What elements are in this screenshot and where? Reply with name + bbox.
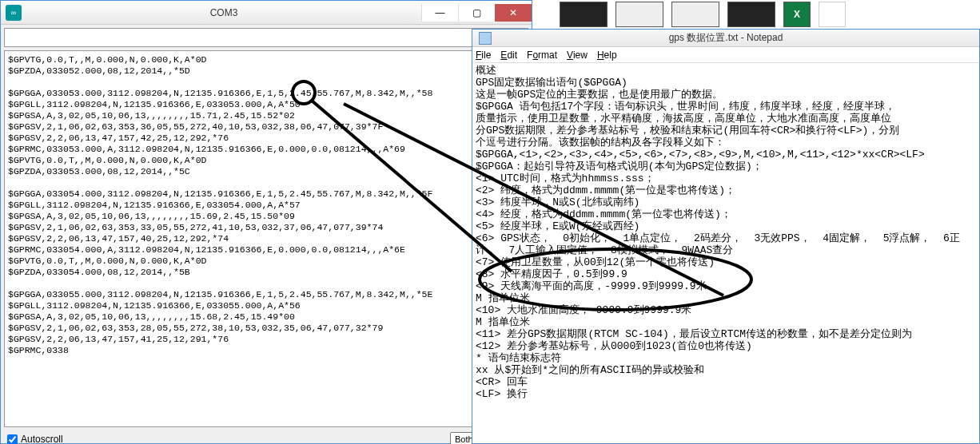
serial-footer: Autoscroll Both NL & CR: [1, 430, 532, 444]
notepad-window: gps 数据位置.txt - Notepad File Edit Format …: [472, 29, 980, 444]
autoscroll-label: Autoscroll: [21, 434, 63, 444]
close-button[interactable]: ✕: [495, 4, 532, 22]
serial-output[interactable]: $GPVTG,0.0,T,,M,0.000,N,0.000,K,A*0D $GP…: [4, 50, 528, 427]
thumbnail-item[interactable]: [560, 2, 608, 27]
menu-file[interactable]: File: [476, 50, 491, 61]
menu-view[interactable]: View: [567, 50, 588, 61]
maximize-button[interactable]: ▢: [458, 4, 495, 22]
autoscroll-input[interactable]: [7, 434, 18, 445]
serial-input[interactable]: [4, 28, 528, 47]
thumbnail-item[interactable]: [615, 2, 663, 27]
menu-help[interactable]: Help: [597, 50, 617, 61]
menu-edit[interactable]: Edit: [500, 50, 517, 61]
autoscroll-checkbox[interactable]: Autoscroll: [7, 434, 63, 444]
thumbnail-item[interactable]: [671, 2, 719, 27]
window-title: gps 数据位置.txt - Notepad: [669, 31, 783, 45]
minimize-button[interactable]: —: [421, 4, 458, 22]
titlebar: ∞ COM3 — ▢ ✕: [1, 1, 532, 25]
excel-icon[interactable]: X: [783, 2, 811, 27]
taskbar-thumbnails: X: [560, 0, 846, 29]
menu-format[interactable]: Format: [527, 50, 557, 61]
window-title: COM3: [26, 7, 421, 18]
notepad-content[interactable]: 概述 GPS固定数据输出语句($GPGGA) 这是一帧GPS定位的主要数据，也是…: [472, 63, 979, 402]
thumbnail-item[interactable]: [727, 2, 775, 27]
arduino-icon: ∞: [6, 5, 22, 21]
menubar: File Edit Format View Help: [472, 47, 979, 63]
serial-monitor-window: ∞ COM3 — ▢ ✕ $GPVTG,0.0,T,,M,0.000,N,0.0…: [0, 0, 532, 444]
notepad-icon: [479, 32, 492, 45]
thumbnail-item[interactable]: [819, 2, 846, 27]
titlebar: gps 数据位置.txt - Notepad: [472, 30, 979, 47]
